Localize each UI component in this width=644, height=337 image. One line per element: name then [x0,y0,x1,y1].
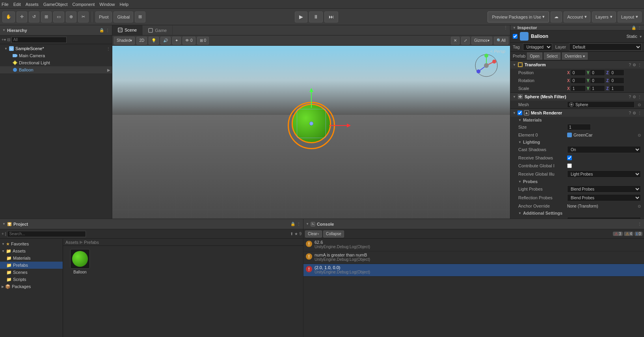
preview-packages-button[interactable]: Preview Packages in Use ▾ [488,11,549,22]
warning-badge[interactable]: ⚠ 4 [624,232,634,236]
layout-button[interactable]: Layout ▾ [618,11,642,22]
project-add-btn[interactable]: + [2,232,4,236]
tree-materials[interactable]: 📁 Materials [0,255,63,262]
transform-header[interactable]: Transform ? ⚙ ⋮ [510,61,644,69]
additional-settings-header[interactable]: Additional Settings [510,210,644,216]
step-button[interactable]: ⏭ [324,11,338,22]
mesh-renderer-more-icon[interactable]: ⋮ [638,111,642,115]
tool-rect[interactable]: ▭ [53,11,64,22]
menu-edit[interactable]: Edit [13,2,21,7]
packages-expand[interactable] [2,285,4,288]
pivot-button[interactable]: Pivot [95,11,112,22]
mesh-renderer-expand[interactable] [513,111,516,115]
lighting-expand-icon[interactable] [518,140,521,144]
material-ref[interactable]: GreenCar [567,133,592,137]
additional-settings-expand[interactable] [518,212,521,215]
tool-hand[interactable]: ✋ [2,11,15,22]
scale-y-input[interactable] [590,85,605,92]
probes-expand-icon[interactable] [518,180,521,183]
mesh-ref[interactable]: Sphere [567,101,635,108]
hier-item-balloon[interactable]: Balloon ▶ [0,66,112,73]
tree-scripts[interactable]: 📁 Scripts [0,276,63,283]
tree-packages[interactable]: 📦 Packages [0,283,63,290]
hier-item-maincamera[interactable]: Main Camera [0,52,112,59]
tool-transform[interactable]: ⊕ [66,11,76,22]
mesh-renderer-header[interactable]: Mesh Renderer ? ⚙ ⋮ [510,109,644,117]
project-search[interactable] [7,231,86,237]
insp-prefab-select-btn[interactable]: Select [544,52,560,60]
pos-x-input[interactable] [571,69,586,76]
gizmos-dropdown[interactable]: Gizmos ▾ [471,37,492,45]
probes-section-header[interactable]: Probes [510,178,644,185]
menu-window[interactable]: Window [99,2,115,7]
global-button[interactable]: Global [114,11,133,22]
scale-x-input[interactable] [571,85,586,92]
lighting-btn[interactable]: 💡 [149,37,159,45]
clear-button[interactable]: Clear ▾ [305,230,322,238]
insp-prefab-overrides-btn[interactable]: Overrides ▾ [562,52,588,60]
tool-custom[interactable]: ✂ [78,11,89,22]
project-favorite-btn[interactable]: ★ [294,232,298,236]
play-button[interactable]: ▶ [295,11,307,22]
2d-toggle[interactable]: 2D [136,37,147,45]
insp-layer-dropdown[interactable]: Default [569,43,642,51]
file-balloon[interactable]: Balloon [66,249,94,274]
search-all-btn[interactable]: 🔍 All [494,37,508,45]
hier-item-dirlight[interactable]: Directional Light [0,59,112,66]
material-target-icon[interactable]: ⊙ [638,133,641,137]
mesh-renderer-help-icon[interactable]: ? [629,111,631,115]
tool-rotate[interactable]: ↺ [29,11,39,22]
scene-gizmo[interactable] [475,54,498,77]
console-row-1[interactable]: ! numA is greater than numB UnityEngine.… [303,251,644,264]
grid-scene-btn[interactable]: ⊞ 0 [197,37,209,45]
hier-balloon-arrow[interactable]: ▶ [107,68,110,72]
hierarchy-search[interactable] [11,37,67,43]
favorites-expand[interactable] [2,242,5,246]
mesh-filter-settings-icon[interactable]: ⚙ [633,95,636,99]
project-collapse-icon[interactable] [2,222,6,226]
menu-gameobject[interactable]: GameObject [43,2,68,7]
tab-scene[interactable]: Scene [112,25,143,35]
transform-expand-icon[interactable] [513,63,516,67]
insp-prefab-open-btn[interactable]: Open [527,52,542,60]
project-lock-icon[interactable]: 🔒 [290,222,295,226]
collapse-button[interactable]: Collapse [323,230,344,238]
hierarchy-lock-icon[interactable]: 🔒 [99,28,104,32]
hierarchy-more-icon[interactable]: ⋮ [106,28,110,32]
hier-scene-more[interactable]: ⋮ [106,47,110,51]
tree-scenes[interactable]: 📁 Scenes [0,269,63,276]
scale-z-input[interactable] [609,85,624,92]
cast-shadows-dropdown[interactable]: On [567,146,641,153]
anchor-target-icon[interactable]: ⊙ [638,204,641,208]
inspector-collapse-icon[interactable] [513,26,516,30]
bc-assets[interactable]: Assets [65,240,78,245]
hierarchy-collapse-icon[interactable] [2,28,6,32]
cloud-icon-btn[interactable]: ☁ [551,11,562,22]
menu-file[interactable]: File [2,2,9,7]
scene-expand-icon[interactable] [4,47,7,51]
inspector-more-icon[interactable]: ⋮ [638,26,642,30]
transform-settings-icon[interactable]: ⚙ [633,63,636,67]
insp-active-checkbox[interactable] [513,34,517,39]
receive-shadows-checkbox[interactable] [567,155,572,160]
scene-more-icon[interactable]: ⋮ [501,25,510,35]
tool-move[interactable]: ✛ [17,11,27,22]
info-badge[interactable]: ℹ 0 [635,232,642,236]
tab-game[interactable]: Game [143,25,173,35]
tree-prefabs[interactable]: 📁 Prefabs [0,262,63,269]
light-probes-dropdown[interactable]: Blend Probes [567,185,641,193]
rot-x-input[interactable] [571,77,586,84]
mesh-target-icon[interactable]: ⊙ [636,103,641,107]
contribute-gi-checkbox[interactable] [567,163,572,168]
mesh-renderer-settings-icon[interactable]: ⚙ [633,111,636,115]
pos-y-input[interactable] [590,69,605,76]
audio-btn[interactable]: 🔊 [160,37,171,45]
materials-size-input[interactable] [567,124,591,130]
mesh-filter-help-icon[interactable]: ? [629,95,631,99]
project-more-icon[interactable]: ⋮ [297,222,301,226]
tool-scale[interactable]: ⊞ [41,11,52,22]
insp-static-dropdown[interactable]: ▾ [640,34,642,39]
mesh-filter-more-icon[interactable]: ⋮ [638,95,642,99]
menu-help[interactable]: Help [119,2,128,7]
rot-z-input[interactable] [609,77,624,84]
